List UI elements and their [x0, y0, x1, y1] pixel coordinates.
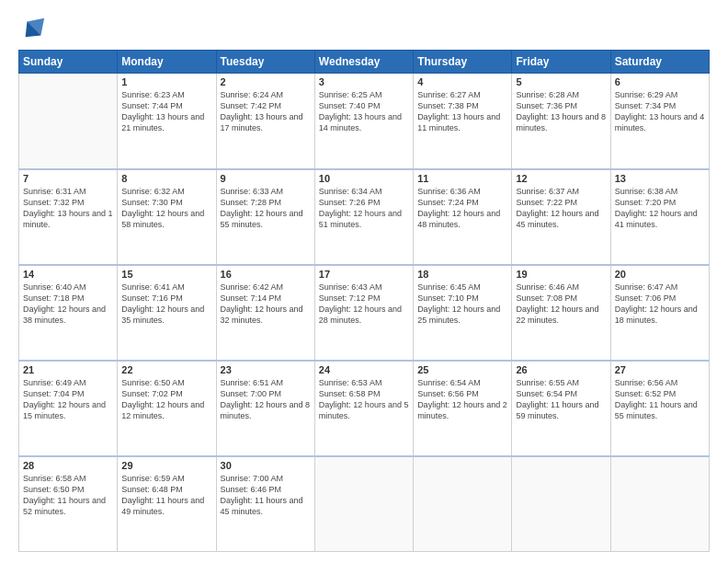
calendar-cell: [414, 456, 512, 552]
day-info: Sunrise: 6:56 AMSunset: 6:52 PMDaylight:…: [615, 377, 705, 422]
day-info: Sunrise: 6:33 AMSunset: 7:28 PMDaylight:…: [221, 186, 311, 231]
weekday-header-row: SundayMondayTuesdayWednesdayThursdayFrid…: [19, 51, 710, 74]
day-number: 23: [221, 364, 311, 375]
header: [18, 15, 710, 40]
calendar-cell: 21Sunrise: 6:49 AMSunset: 7:04 PMDayligh…: [19, 361, 118, 456]
day-info: Sunrise: 6:37 AMSunset: 7:22 PMDaylight:…: [516, 186, 606, 231]
day-number: 29: [121, 460, 211, 471]
day-number: 17: [319, 269, 409, 280]
week-row-0: 1Sunrise: 6:23 AMSunset: 7:44 PMDaylight…: [19, 74, 710, 169]
day-info: Sunrise: 6:28 AMSunset: 7:36 PMDaylight:…: [516, 89, 606, 134]
day-info: Sunrise: 6:40 AMSunset: 7:18 PMDaylight:…: [23, 282, 113, 327]
calendar-cell: 7Sunrise: 6:31 AMSunset: 7:32 PMDaylight…: [19, 169, 118, 265]
calendar-cell: 25Sunrise: 6:54 AMSunset: 6:56 PMDayligh…: [414, 361, 512, 456]
day-number: 28: [23, 460, 113, 471]
day-info: Sunrise: 6:54 AMSunset: 6:56 PMDaylight:…: [417, 377, 507, 422]
day-number: 12: [516, 173, 606, 184]
day-number: 13: [615, 173, 705, 184]
calendar-cell: 17Sunrise: 6:43 AMSunset: 7:12 PMDayligh…: [314, 265, 413, 361]
calendar-cell: 16Sunrise: 6:42 AMSunset: 7:14 PMDayligh…: [216, 265, 314, 361]
day-number: 5: [516, 76, 606, 87]
day-info: Sunrise: 6:47 AMSunset: 7:06 PMDaylight:…: [615, 282, 705, 327]
weekday-header-saturday: Saturday: [610, 51, 709, 74]
calendar-cell: 1Sunrise: 6:23 AMSunset: 7:44 PMDaylight…: [118, 74, 216, 169]
weekday-header-wednesday: Wednesday: [314, 51, 413, 74]
day-info: Sunrise: 6:36 AMSunset: 7:24 PMDaylight:…: [417, 186, 507, 231]
calendar-cell: 27Sunrise: 6:56 AMSunset: 6:52 PMDayligh…: [610, 361, 709, 456]
calendar-cell: 5Sunrise: 6:28 AMSunset: 7:36 PMDaylight…: [512, 74, 610, 169]
day-info: Sunrise: 6:46 AMSunset: 7:08 PMDaylight:…: [516, 282, 606, 327]
day-info: Sunrise: 6:25 AMSunset: 7:40 PMDaylight:…: [319, 89, 409, 134]
calendar-cell: [610, 456, 709, 552]
calendar-cell: 28Sunrise: 6:58 AMSunset: 6:50 PMDayligh…: [19, 456, 118, 552]
calendar-cell: [314, 456, 413, 552]
day-number: 20: [615, 269, 705, 280]
logo-icon: [20, 15, 46, 40]
calendar-cell: 30Sunrise: 7:00 AMSunset: 6:46 PMDayligh…: [216, 456, 314, 552]
weekday-header-monday: Monday: [118, 51, 216, 74]
day-info: Sunrise: 6:43 AMSunset: 7:12 PMDaylight:…: [319, 282, 409, 327]
day-number: 1: [121, 76, 211, 87]
day-info: Sunrise: 6:51 AMSunset: 7:00 PMDaylight:…: [221, 377, 311, 422]
calendar-cell: 24Sunrise: 6:53 AMSunset: 6:58 PMDayligh…: [314, 361, 413, 456]
week-row-3: 21Sunrise: 6:49 AMSunset: 7:04 PMDayligh…: [19, 361, 710, 456]
calendar-cell: 6Sunrise: 6:29 AMSunset: 7:34 PMDaylight…: [610, 74, 709, 169]
calendar-cell: 13Sunrise: 6:38 AMSunset: 7:20 PMDayligh…: [610, 169, 709, 265]
calendar-cell: 19Sunrise: 6:46 AMSunset: 7:08 PMDayligh…: [512, 265, 610, 361]
day-info: Sunrise: 6:53 AMSunset: 6:58 PMDaylight:…: [319, 377, 409, 422]
day-number: 8: [121, 173, 211, 184]
day-number: 6: [615, 76, 705, 87]
calendar-cell: 15Sunrise: 6:41 AMSunset: 7:16 PMDayligh…: [118, 265, 216, 361]
calendar-cell: 12Sunrise: 6:37 AMSunset: 7:22 PMDayligh…: [512, 169, 610, 265]
day-info: Sunrise: 6:42 AMSunset: 7:14 PMDaylight:…: [221, 282, 311, 327]
day-info: Sunrise: 6:32 AMSunset: 7:30 PMDaylight:…: [121, 186, 211, 231]
calendar-table: SundayMondayTuesdayWednesdayThursdayFrid…: [18, 50, 710, 552]
week-row-4: 28Sunrise: 6:58 AMSunset: 6:50 PMDayligh…: [19, 456, 710, 552]
day-number: 4: [417, 76, 507, 87]
calendar-cell: 9Sunrise: 6:33 AMSunset: 7:28 PMDaylight…: [216, 169, 314, 265]
day-info: Sunrise: 6:55 AMSunset: 6:54 PMDaylight:…: [516, 377, 606, 422]
day-info: Sunrise: 6:50 AMSunset: 7:02 PMDaylight:…: [121, 377, 211, 422]
weekday-header-friday: Friday: [512, 51, 610, 74]
calendar-cell: 22Sunrise: 6:50 AMSunset: 7:02 PMDayligh…: [118, 361, 216, 456]
day-info: Sunrise: 6:49 AMSunset: 7:04 PMDaylight:…: [23, 377, 113, 422]
day-number: 22: [121, 364, 211, 375]
day-info: Sunrise: 6:58 AMSunset: 6:50 PMDaylight:…: [23, 473, 113, 518]
day-info: Sunrise: 6:38 AMSunset: 7:20 PMDaylight:…: [615, 186, 705, 231]
day-info: Sunrise: 6:31 AMSunset: 7:32 PMDaylight:…: [23, 186, 113, 231]
calendar-cell: 23Sunrise: 6:51 AMSunset: 7:00 PMDayligh…: [216, 361, 314, 456]
day-number: 18: [417, 269, 507, 280]
week-row-1: 7Sunrise: 6:31 AMSunset: 7:32 PMDaylight…: [19, 169, 710, 265]
day-info: Sunrise: 6:24 AMSunset: 7:42 PMDaylight:…: [221, 89, 311, 134]
day-number: 9: [221, 173, 311, 184]
calendar-cell: 18Sunrise: 6:45 AMSunset: 7:10 PMDayligh…: [414, 265, 512, 361]
calendar-cell: 20Sunrise: 6:47 AMSunset: 7:06 PMDayligh…: [610, 265, 709, 361]
day-number: 19: [516, 269, 606, 280]
day-info: Sunrise: 6:29 AMSunset: 7:34 PMDaylight:…: [615, 89, 705, 134]
logo: [18, 15, 46, 40]
day-number: 2: [221, 76, 311, 87]
week-row-2: 14Sunrise: 6:40 AMSunset: 7:18 PMDayligh…: [19, 265, 710, 361]
day-info: Sunrise: 6:45 AMSunset: 7:10 PMDaylight:…: [417, 282, 507, 327]
day-info: Sunrise: 6:34 AMSunset: 7:26 PMDaylight:…: [319, 186, 409, 231]
weekday-header-sunday: Sunday: [19, 51, 118, 74]
calendar-cell: 4Sunrise: 6:27 AMSunset: 7:38 PMDaylight…: [414, 74, 512, 169]
day-number: 30: [221, 460, 311, 471]
day-number: 27: [615, 364, 705, 375]
day-info: Sunrise: 7:00 AMSunset: 6:46 PMDaylight:…: [221, 473, 311, 518]
calendar-cell: 29Sunrise: 6:59 AMSunset: 6:48 PMDayligh…: [118, 456, 216, 552]
weekday-header-tuesday: Tuesday: [216, 51, 314, 74]
calendar-cell: 11Sunrise: 6:36 AMSunset: 7:24 PMDayligh…: [414, 169, 512, 265]
day-number: 24: [319, 364, 409, 375]
day-number: 3: [319, 76, 409, 87]
day-number: 7: [23, 173, 113, 184]
day-number: 16: [221, 269, 311, 280]
day-number: 25: [417, 364, 507, 375]
day-number: 11: [417, 173, 507, 184]
weekday-header-thursday: Thursday: [414, 51, 512, 74]
day-info: Sunrise: 6:41 AMSunset: 7:16 PMDaylight:…: [121, 282, 211, 327]
calendar-cell: [512, 456, 610, 552]
calendar-cell: 2Sunrise: 6:24 AMSunset: 7:42 PMDaylight…: [216, 74, 314, 169]
page: SundayMondayTuesdayWednesdayThursdayFrid…: [0, 0, 728, 563]
day-number: 10: [319, 173, 409, 184]
